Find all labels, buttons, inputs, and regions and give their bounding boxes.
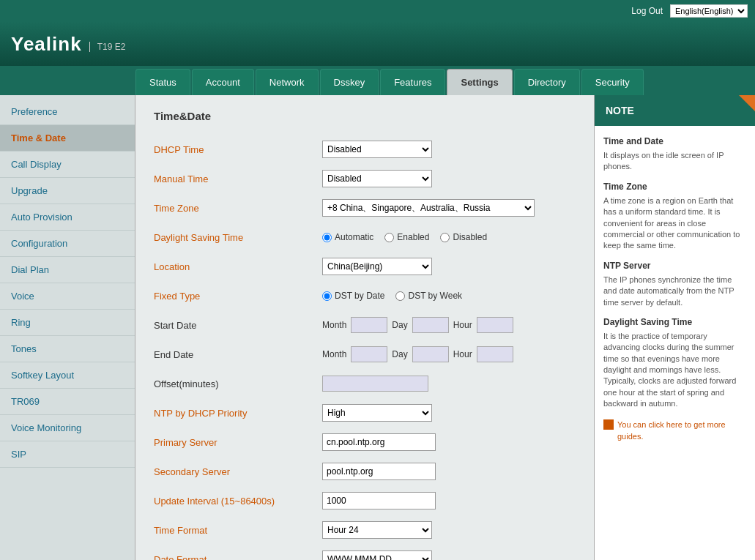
note-title: NOTE xyxy=(606,105,634,116)
note-panel: NOTE Time and Date It displays on the id… xyxy=(594,95,755,560)
top-bar: Log Out English(English) xyxy=(0,0,755,22)
logo-text: Yealink xyxy=(11,33,82,56)
note-text-time-date: It displays on the idle screen of IP pho… xyxy=(603,150,746,173)
daylight-enabled-radio[interactable] xyxy=(384,233,394,242)
fixed-type-row: Fixed Type DST by Date DST by Week xyxy=(154,285,576,306)
note-section-title-time-date: Time and Date xyxy=(603,135,746,148)
end-day-input[interactable] xyxy=(412,346,449,362)
daylight-enabled-option[interactable]: Enabled xyxy=(384,232,429,242)
ntp-priority-label: NTP by DHCP Priority xyxy=(154,408,322,419)
dst-by-date-radio[interactable] xyxy=(322,291,332,301)
time-zone-label: Time Zone xyxy=(154,203,322,214)
daylight-disabled-option[interactable]: Disabled xyxy=(440,232,487,242)
dst-by-date-option[interactable]: DST by Date xyxy=(322,291,384,301)
tab-security[interactable]: Security xyxy=(581,69,644,95)
start-day-input[interactable] xyxy=(412,317,449,333)
sidebar-item-ring[interactable]: Ring xyxy=(0,310,135,336)
ntp-priority-row: NTP by DHCP Priority High Low xyxy=(154,403,576,423)
logout-button[interactable]: Log Out xyxy=(631,6,663,16)
note-more-guides[interactable]: You can click here to get more guides. xyxy=(603,419,746,443)
sidebar-item-softkey-layout[interactable]: Softkey Layout xyxy=(0,362,135,389)
dhcp-time-row: DHCP Time Disabled Enabled xyxy=(154,139,576,160)
tab-dsskey[interactable]: Dsskey xyxy=(320,69,379,95)
end-date-row: End Date Month Day Hour xyxy=(154,344,576,365)
header: Yealink T19 E2 xyxy=(0,22,755,66)
time-format-row: Time Format Hour 24 Hour 12 xyxy=(154,520,576,540)
sidebar-item-time-date[interactable]: Time & Date xyxy=(0,125,135,152)
tab-network[interactable]: Network xyxy=(256,69,319,95)
sidebar-item-sip[interactable]: SIP xyxy=(0,441,135,468)
dst-by-week-option[interactable]: DST by Week xyxy=(395,291,462,301)
offset-label: Offset(minutes) xyxy=(154,378,322,389)
sidebar-item-dial-plan[interactable]: Dial Plan xyxy=(0,257,135,283)
daylight-radio-group: Automatic Enabled Disabled xyxy=(322,232,487,242)
logo-area: Yealink T19 E2 xyxy=(11,33,125,56)
secondary-server-label: Secondary Server xyxy=(154,466,322,477)
content-area: Time&Date DHCP Time Disabled Enabled Man… xyxy=(135,95,594,560)
note-section-title-ntp: NTP Server xyxy=(603,259,746,272)
dst-by-week-radio[interactable] xyxy=(395,291,405,301)
ntp-priority-select[interactable]: High Low xyxy=(322,404,432,422)
time-zone-row: Time Zone +8 China、Singapore、Australia、R… xyxy=(154,198,576,218)
manual-time-select[interactable]: Disabled Enabled xyxy=(322,170,432,187)
time-zone-select[interactable]: +8 China、Singapore、Australia、Russia xyxy=(322,199,535,217)
time-format-select[interactable]: Hour 24 Hour 12 xyxy=(322,521,432,539)
main-layout: Preference Time & Date Call Display Upgr… xyxy=(0,95,755,560)
daylight-automatic-option[interactable]: Automatic xyxy=(322,232,373,242)
note-header: NOTE xyxy=(595,95,755,126)
logo-model: T19 E2 xyxy=(89,42,126,52)
sidebar-item-upgrade[interactable]: Upgrade xyxy=(0,178,135,204)
note-content: Time and Date It displays on the idle sc… xyxy=(595,126,755,452)
tab-settings[interactable]: Settings xyxy=(447,69,512,95)
daylight-automatic-radio[interactable] xyxy=(322,233,332,242)
tab-account[interactable]: Account xyxy=(192,69,254,95)
fixed-type-radio-group: DST by Date DST by Week xyxy=(322,291,462,301)
start-hour-input[interactable] xyxy=(477,317,513,333)
tab-status[interactable]: Status xyxy=(135,69,190,95)
location-select[interactable]: China(Beijing) xyxy=(322,258,432,275)
sidebar-item-preference[interactable]: Preference xyxy=(0,99,135,125)
fixed-type-label: Fixed Type xyxy=(154,291,322,302)
corner-decoration xyxy=(739,95,755,111)
location-row: Location China(Beijing) xyxy=(154,256,576,277)
offset-row: Offset(minutes) xyxy=(154,373,576,394)
offset-input[interactable] xyxy=(322,376,428,392)
secondary-server-row: Secondary Server xyxy=(154,461,576,482)
language-select[interactable]: English(English) xyxy=(670,4,748,18)
sidebar-item-configuration[interactable]: Configuration xyxy=(0,231,135,257)
time-format-label: Time Format xyxy=(154,525,322,536)
sidebar-item-tones[interactable]: Tones xyxy=(0,336,135,362)
note-link-icon xyxy=(603,419,614,430)
sidebar-item-auto-provision[interactable]: Auto Provision xyxy=(0,204,135,231)
primary-server-label: Primary Server xyxy=(154,437,322,448)
end-date-label: End Date xyxy=(154,349,322,360)
page-title: Time&Date xyxy=(154,110,576,126)
start-date-row: Start Date Month Day Hour xyxy=(154,315,576,335)
dhcp-time-label: DHCP Time xyxy=(154,144,322,155)
sidebar: Preference Time & Date Call Display Upgr… xyxy=(0,95,135,560)
secondary-server-input[interactable] xyxy=(322,463,436,480)
sidebar-item-voice[interactable]: Voice xyxy=(0,283,135,310)
primary-server-row: Primary Server xyxy=(154,432,576,452)
dhcp-time-select[interactable]: Disabled Enabled xyxy=(322,141,432,158)
manual-time-row: Manual Time Disabled Enabled xyxy=(154,168,576,189)
sidebar-item-tr069[interactable]: TR069 xyxy=(0,389,135,415)
nav-tabs: Status Account Network Dsskey Features S… xyxy=(0,66,755,95)
note-text-daylight: It is the practice of temporary advancin… xyxy=(603,331,746,410)
end-date-inputs: Month Day Hour xyxy=(322,346,513,362)
end-month-input[interactable] xyxy=(351,346,387,362)
tab-directory[interactable]: Directory xyxy=(514,69,580,95)
update-interval-input[interactable] xyxy=(322,492,436,509)
note-section-title-daylight: Daylight Saving Time xyxy=(603,316,746,329)
sidebar-item-voice-monitoring[interactable]: Voice Monitoring xyxy=(0,415,135,441)
primary-server-input[interactable] xyxy=(322,433,436,451)
start-month-input[interactable] xyxy=(351,317,387,333)
start-date-inputs: Month Day Hour xyxy=(322,317,513,333)
sidebar-item-call-display[interactable]: Call Display xyxy=(0,152,135,178)
tab-features[interactable]: Features xyxy=(380,69,445,95)
daylight-disabled-radio[interactable] xyxy=(440,233,450,242)
date-format-label: Date Format xyxy=(154,554,322,561)
daylight-saving-row: Daylight Saving Time Automatic Enabled D… xyxy=(154,227,576,247)
end-hour-input[interactable] xyxy=(477,346,513,362)
date-format-select[interactable]: WWW MMM DD DD MMM WWW DD-MMM-YY xyxy=(322,550,432,560)
